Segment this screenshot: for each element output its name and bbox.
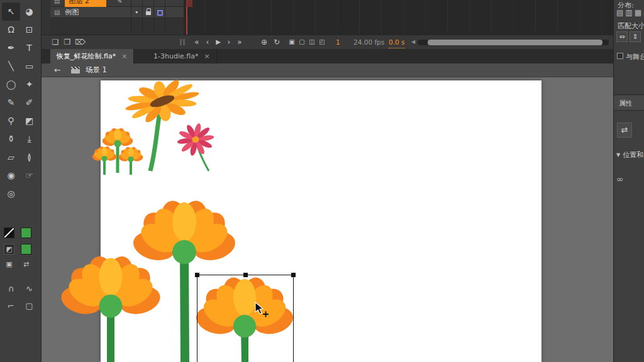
playhead[interactable] [186, 0, 187, 35]
hand-tool[interactable]: ☞ [20, 167, 38, 185]
layer-row-liitu[interactable]: ▤ 例图 • [50, 7, 184, 18]
link-width-height-icon[interactable]: ∞ [616, 174, 624, 184]
onion-skin-outlines-button[interactable]: ▢ [297, 35, 307, 49]
zoom-tool[interactable]: ◎ [2, 185, 20, 203]
go-to-first-frame-button[interactable]: « [192, 35, 202, 49]
tool-grid: ↖ ◕ Ω ⊡ ✒ T ╲ ▭ ◯ ✦ ✎ ✐ ⚲ ◩ ⚱ ⤓ ▱ ≬ ◉ ☞ … [2, 3, 40, 203]
pen-tool[interactable]: ✒ [2, 39, 20, 57]
eraser-tool[interactable]: ▱ [2, 148, 20, 167]
layer-outline-color-swatch[interactable] [157, 10, 163, 16]
delete-layer-button[interactable]: ⌦ [75, 35, 85, 49]
position-size-label: 位置和大小 [623, 150, 644, 160]
center-frame-button[interactable]: ⊕ [259, 35, 269, 49]
stroke-color-swatch[interactable] [4, 228, 14, 238]
collapse-triangle-icon[interactable]: ▼ [616, 152, 620, 158]
tab-close-icon[interactable]: × [204, 52, 209, 60]
tab-label: 恢复_鲜花绘制.fla* [57, 52, 116, 61]
oval-tool[interactable]: ◯ [2, 75, 20, 94]
new-layer-button[interactable]: ❏ [50, 35, 60, 49]
panel-splitter-handle[interactable] [180, 39, 185, 45]
properties-tab-label: 属性 [619, 99, 633, 108]
onion-skin-button[interactable]: ▣ [287, 35, 297, 49]
current-frame-field[interactable]: 1 [336, 35, 340, 49]
flower-cluster-small[interactable] [91, 127, 143, 175]
properties-tab[interactable]: 属性 [614, 96, 644, 111]
pasteboard[interactable] [42, 77, 613, 362]
brush-tool[interactable]: ✐ [20, 94, 38, 112]
selection-tool[interactable]: ↖ [2, 3, 20, 21]
edit-multiple-frames-button[interactable]: ◫ [307, 35, 317, 49]
transform-handle-top-center[interactable] [243, 273, 248, 277]
flower-large-selected[interactable] [193, 275, 296, 362]
lasso-tool[interactable]: Ω [2, 21, 20, 39]
fill-color-value-swatch[interactable] [21, 244, 31, 255]
rectangle-tool[interactable]: ▭ [20, 57, 38, 75]
width-tool[interactable]: ≬ [20, 148, 38, 167]
polystar-tool[interactable]: ✦ [20, 75, 38, 94]
stroke-color-value-swatch[interactable] [21, 228, 31, 238]
timeline-scrollbar-thumb[interactable] [428, 40, 602, 45]
align-to-stage-checkbox[interactable] [617, 53, 623, 59]
color-swatches: ◩ ▣ ⇄ [4, 228, 39, 274]
ink-bottle-tool[interactable]: ⚱ [2, 130, 20, 148]
step-back-frame-button[interactable]: ‹ [203, 35, 213, 49]
match-height-button[interactable]: ⇕ [630, 31, 641, 42]
straighten-mode-button[interactable]: ⌐ [2, 297, 20, 314]
object-drawing-mode-button[interactable]: ▢ [20, 297, 38, 314]
loop-playback-button[interactable]: ↻ [272, 35, 282, 49]
match-width-button[interactable]: ⇔ [616, 31, 628, 42]
free-transform-tool[interactable]: ⊡ [20, 21, 38, 39]
layer-lock-icon[interactable] [146, 11, 151, 15]
go-to-last-frame-button[interactable]: » [235, 35, 245, 49]
default-colors-button[interactable]: ▣ [4, 260, 14, 268]
timeline-toolbar: ❏ ❐ ⌦ « ‹ ▶ › » ⊕ ↻ ▣ ▢ ◫ ◰ 1 24.00 fps … [42, 35, 613, 49]
swap-symbol-button[interactable]: ⇄ [617, 123, 632, 138]
layer-column-divider [131, 0, 131, 35]
play-button[interactable]: ▶ [213, 35, 223, 49]
match-size-label: 匹配大小 [618, 21, 644, 31]
playhead-marker[interactable] [186, 0, 192, 7]
fill-bucket-icon[interactable]: ◩ [4, 244, 14, 255]
modify-markers-button[interactable]: ◰ [317, 35, 327, 49]
tab-huifu-xianhua[interactable]: 恢复_鲜花绘制.fla* × [50, 49, 134, 63]
paint-bucket-tool[interactable]: ◩ [20, 112, 38, 130]
camera-tool[interactable]: ◉ [2, 167, 20, 185]
back-arrow-button[interactable]: ← [54, 65, 61, 75]
layer-name[interactable]: 例图 [65, 8, 79, 17]
timeline-scrollbar[interactable] [418, 40, 609, 45]
tab-1-3hudie[interactable]: 1-3hudie.fla* × [147, 49, 217, 63]
line-tool[interactable]: ╲ [2, 57, 20, 75]
distribute-bottom-button[interactable]: ▦ [635, 9, 641, 16]
tab-close-icon[interactable]: × [121, 52, 127, 60]
rotation-3d-tool[interactable]: ◕ [20, 3, 38, 21]
layer-visibility-dot[interactable]: • [135, 8, 139, 16]
match-size-icon-row: ⇔ ⇕ [616, 31, 641, 42]
elapsed-time-field[interactable]: 0.0 s [389, 36, 405, 48]
scene-clapperboard-icon [71, 67, 80, 74]
layer-name-selected[interactable]: 图层 2 [65, 0, 106, 7]
smooth-mode-button[interactable]: ∿ [20, 280, 38, 297]
layer-row-selected[interactable]: ▤ 图层 2 ✎ [50, 0, 184, 7]
distribute-top-button[interactable]: ▤ [616, 9, 623, 16]
flower-large-left[interactable] [58, 253, 164, 362]
frame-rate-field[interactable]: 24.00 fps [353, 35, 384, 49]
position-size-section-header[interactable]: ▼ 位置和大小 [616, 150, 644, 160]
transform-handle-top-right[interactable] [291, 273, 296, 277]
timeline-frames[interactable] [184, 0, 613, 35]
scene-breadcrumb[interactable]: 场景 1 [86, 65, 107, 75]
step-forward-frame-button[interactable]: › [224, 35, 234, 49]
text-tool[interactable]: T [20, 39, 38, 57]
transform-handle-top-left[interactable] [195, 273, 199, 277]
pencil-tool[interactable]: ✎ [2, 94, 20, 112]
document-tab-bar: 恢复_鲜花绘制.fla* × 1-3hudie.fla* × [42, 49, 613, 63]
eyedropper-tool[interactable]: ⤓ [20, 130, 38, 148]
flower-pink-daisy[interactable] [175, 121, 216, 171]
new-folder-button[interactable]: ❐ [62, 35, 72, 49]
timeline-scroll-left-button[interactable]: ◀ [408, 35, 418, 49]
swap-colors-button[interactable]: ⇄ [21, 260, 31, 268]
snap-to-objects-button[interactable]: ∩ [2, 280, 20, 297]
layer-page-icon: ▤ [54, 9, 60, 16]
bone-tool[interactable]: ⚲ [2, 112, 20, 130]
distribute-vcenter-button[interactable]: ▥ [625, 9, 632, 16]
layer-column-divider [142, 0, 143, 35]
